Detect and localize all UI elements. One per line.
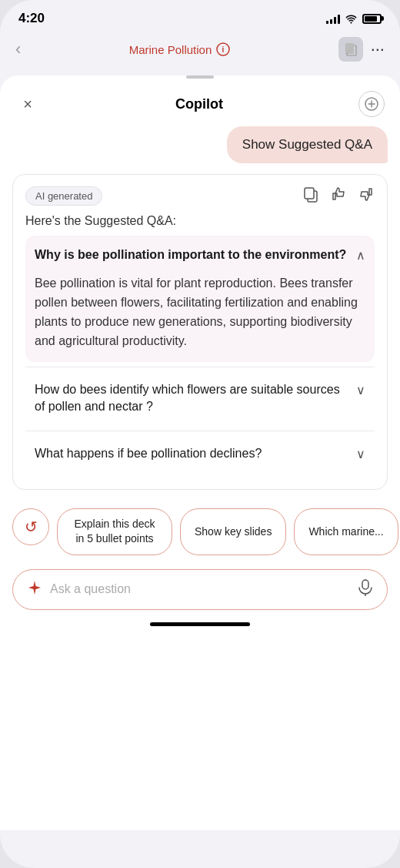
qa-item-2: How do bees identify which flowers are s… [25,370,375,427]
ask-input-wrap: Ask a question [12,569,388,610]
copilot-header: × Copilot [0,79,400,126]
svg-rect-6 [362,580,368,589]
doc-title-text: Marine Pollution [129,43,212,56]
app-header: ‹ Marine Pollution i ··· [0,31,400,68]
copy-icon[interactable] [302,186,319,206]
qa-question-3[interactable]: What happens if bee pollination declines… [25,434,375,473]
svg-rect-5 [305,188,314,199]
user-message-bubble: Show Suggested Q&A [227,126,388,163]
info-icon: i [216,42,230,56]
thumbs-up-icon[interactable] [330,186,347,206]
home-indicator [150,622,250,626]
battery-icon [362,14,382,24]
qa-answer-1: Bee pollination is vital for plant repro… [25,274,375,361]
suggestions-row: ↺ Explain this deck in 5 bullet points S… [0,501,400,563]
doc-avatar-icon [338,37,363,62]
refresh-button[interactable]: ↺ [12,508,49,545]
thumbs-down-icon[interactable] [358,186,375,206]
copilot-title: Copilot [175,96,223,112]
ai-card-header: AI generated [25,186,375,206]
ai-generated-badge: AI generated [25,186,102,206]
qa-question-2[interactable]: How do bees identify which flowers are s… [25,370,375,427]
qa-item-1: Why is bee pollination important to the … [25,236,375,362]
qa-question-text-3: What happens if bee pollination declines… [35,445,356,462]
back-button[interactable]: ‹ [15,39,21,59]
sparkle-icon [27,580,42,599]
suggestion-chip-1[interactable]: Explain this deck in 5 bullet points [57,508,172,555]
qa-question-text-2: How do bees identify which flowers are s… [35,381,356,416]
qa-divider-2 [25,431,375,431]
ask-input-placeholder[interactable]: Ask a question [50,582,358,596]
qa-question-1[interactable]: Why is bee pollination important to the … [25,236,375,274]
refresh-icon: ↺ [25,518,38,536]
qa-item-3: What happens if bee pollination declines… [25,434,375,473]
chevron-up-icon-1: ∧ [356,248,365,263]
doc-title-bar: Marine Pollution i [129,42,231,56]
new-chat-button[interactable] [358,91,385,117]
microphone-icon[interactable] [358,579,373,600]
chevron-down-icon-2: ∨ [356,383,365,397]
chevron-down-icon-3: ∨ [356,447,365,461]
status-icons [326,14,382,24]
svg-rect-2 [345,43,354,54]
svg-text:i: i [222,45,225,54]
ai-response-card: AI generated [12,174,388,490]
suggestion-chip-2[interactable]: Show key slides [180,508,286,555]
status-time: 4:20 [18,11,45,26]
close-button[interactable]: × [15,92,40,116]
status-bar: 4:20 [0,0,400,31]
qa-question-text-1: Why is bee pollination important to the … [35,246,356,263]
suggestion-chip-3[interactable]: Which marine... [294,508,398,555]
qa-divider-1 [25,367,375,367]
ai-intro-text: Here's the Suggested Q&A: [25,214,375,228]
wifi-icon [345,14,358,24]
copilot-panel: × Copilot Show Suggested Q&A AI generate… [0,75,400,830]
ai-card-actions [302,186,375,206]
more-options-button[interactable]: ··· [371,39,385,59]
phone-shell: 4:20 ‹ Marine Pollution i [0,0,400,868]
signal-bars-icon [326,14,340,24]
chat-area: Show Suggested Q&A AI generated [0,126,400,490]
user-message-wrap: Show Suggested Q&A [12,126,388,163]
